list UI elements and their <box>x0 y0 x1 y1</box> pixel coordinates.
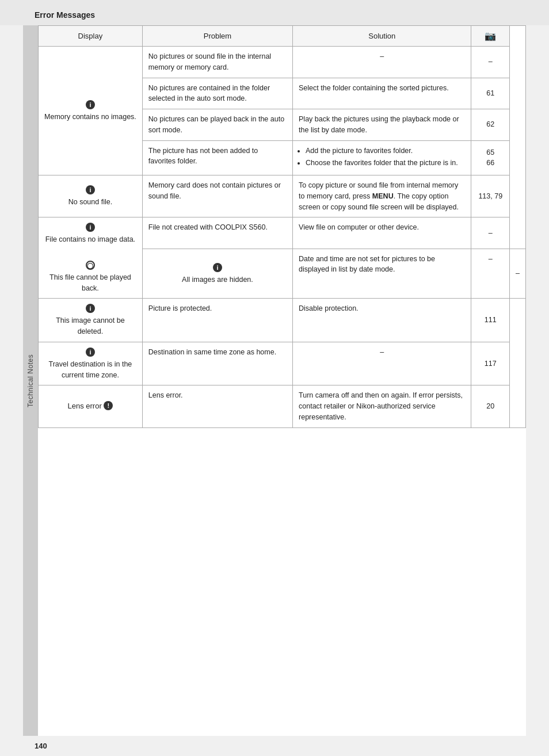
page-number: 140 <box>0 736 549 756</box>
problem-cell: Destination in same time zone as home. <box>142 342 292 385</box>
ref-cell: – <box>471 217 510 249</box>
ref-cell: 117 <box>471 342 510 385</box>
page-wrapper: Error Messages Technical Notes Display P… <box>0 0 549 756</box>
col-header-ref: 📷 <box>471 26 510 47</box>
info-icon: i <box>86 223 95 232</box>
table-row: i Memory contains no images. No pictures… <box>39 47 526 78</box>
page-title: Error Messages <box>35 10 95 20</box>
solution-cell: Play back the pictures using the playbac… <box>293 109 471 141</box>
solution-cell: – <box>471 249 510 299</box>
main-content: Display Problem Solution 📷 i Memory cont… <box>38 25 526 736</box>
display-label-sound: No sound file. <box>44 197 136 208</box>
problem-cell: No pictures can be played back in the au… <box>142 109 292 141</box>
problem-cell: Date and time are not set for pictures t… <box>293 249 471 299</box>
display-label-file2: This file cannot be played back. <box>44 272 136 294</box>
info-icon: i <box>86 304 95 313</box>
display-label-file1: File contains no image data. <box>44 234 136 245</box>
ref-cell: – <box>471 47 510 78</box>
display-cell-sound: i No sound file. <box>39 175 143 217</box>
solution-cell: Select the folder containing the sorted … <box>293 78 471 109</box>
display-cell-memory: i Memory contains no images. <box>39 47 143 175</box>
display-cell-lens: Lens error ! <box>39 385 143 427</box>
bullet-list: Add the picture to favorites folder. Cho… <box>299 146 465 169</box>
ref-cell: 111 <box>471 299 510 342</box>
display-cell-file: i File contains no image data. ◯ This fi… <box>39 217 143 299</box>
table-row: i No sound file. Memory card does not co… <box>39 175 526 217</box>
info-icon: i <box>86 185 95 194</box>
col-header-display: Display <box>39 26 143 47</box>
header-section: Error Messages <box>0 0 549 25</box>
lens-error-label: Lens error ! <box>67 402 113 410</box>
ref-cell: 113, 79 <box>471 175 510 217</box>
info-icon: i <box>213 263 222 272</box>
table-row: i This image cannot be deleted. Picture … <box>39 299 526 342</box>
list-item: Choose the favorites folder that the pic… <box>306 158 465 169</box>
solution-cell: – <box>293 342 471 385</box>
problem-cell: The picture has not been added to favori… <box>142 140 292 175</box>
content-area: Technical Notes Display Problem Solution… <box>23 25 526 736</box>
info-icon: i <box>86 348 95 357</box>
warning-icon: ◯ <box>86 261 95 270</box>
display-label-hidden: All images are hidden. <box>148 274 287 285</box>
solution-cell: Add the picture to favorites folder. Cho… <box>293 140 471 175</box>
list-item: Add the picture to favorites folder. <box>306 146 465 156</box>
table-row: i Travel destination is in the current t… <box>39 342 526 385</box>
solution-cell: To copy picture or sound file from inter… <box>293 175 471 217</box>
side-tab: Technical Notes <box>23 25 38 736</box>
problem-cell: No pictures or sound file in the interna… <box>142 47 292 78</box>
problem-cell: File not created with COOLPIX S560. <box>142 217 292 249</box>
ref-cell: 6566 <box>471 140 510 175</box>
display-label-delete: This image cannot be deleted. <box>44 315 136 337</box>
ref-cell: 62 <box>471 109 510 141</box>
col-header-problem: Problem <box>142 26 292 47</box>
error-messages-table: Display Problem Solution 📷 i Memory cont… <box>38 25 526 428</box>
solution-cell: Disable protection. <box>293 299 471 342</box>
solution-cell: Turn camera off and then on again. If er… <box>293 385 471 427</box>
solution-cell: View file on computer or other device. <box>293 217 471 249</box>
table-row: i File contains no image data. ◯ This fi… <box>39 217 526 249</box>
problem-cell: No pictures are contained in the folder … <box>142 78 292 109</box>
display-cell-travel: i Travel destination is in the current t… <box>39 342 143 385</box>
info-icon: i <box>86 100 95 109</box>
display-cell-delete: i This image cannot be deleted. <box>39 299 143 342</box>
table-row: Lens error ! Lens error. Turn camera off… <box>39 385 526 427</box>
error-icon: ! <box>104 401 113 410</box>
display-label-memory: Memory contains no images. <box>44 112 136 123</box>
problem-cell: Lens error. <box>142 385 292 427</box>
problem-cell: Memory card does not contain pictures or… <box>142 175 292 217</box>
solution-cell: – <box>293 47 471 78</box>
display-cell-hidden: i All images are hidden. <box>142 249 292 299</box>
ref-icon: 📷 <box>485 31 496 41</box>
ref-cell: 61 <box>471 78 510 109</box>
ref-cell: – <box>510 249 526 299</box>
display-label-travel: Travel destination is in the current tim… <box>44 359 136 381</box>
problem-cell: Picture is protected. <box>142 299 292 342</box>
ref-cell: 20 <box>471 385 510 427</box>
menu-keyword: MENU <box>372 192 394 200</box>
col-header-solution: Solution <box>293 26 471 47</box>
